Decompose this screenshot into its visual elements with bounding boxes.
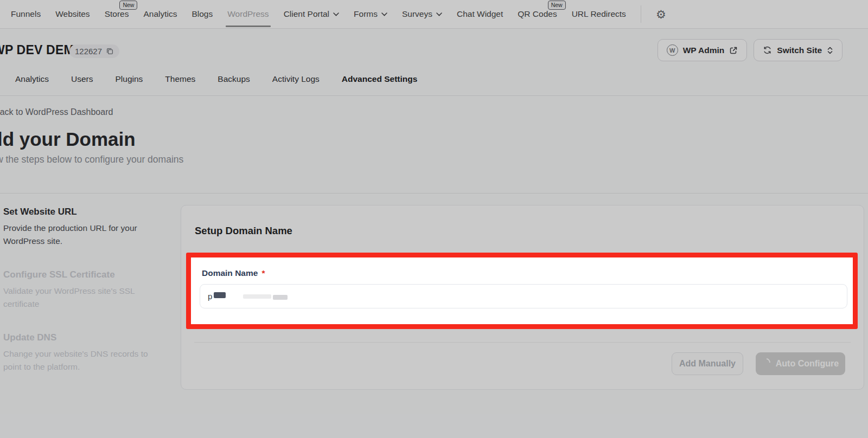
switch-refresh-icon — [763, 46, 772, 55]
nav-item-label: QR Codes — [518, 9, 557, 19]
highlight-annotation-box: Domain Name* p — [186, 253, 858, 329]
nav-item-qr-codes[interactable]: QR Codes New — [518, 9, 557, 19]
step-title: Set Website URL — [3, 207, 154, 217]
nav-item-url-redirects[interactable]: URL Redirects — [572, 9, 626, 19]
auto-configure-label: Auto Configure — [776, 359, 839, 369]
nav-item-label: Websites — [55, 9, 90, 19]
gear-icon[interactable]: ⚙ — [656, 9, 666, 20]
nav-item-analytics[interactable]: Analytics — [143, 9, 177, 19]
tab-plugins[interactable]: Plugins — [116, 74, 143, 84]
tab-activity-logs[interactable]: Activity Logs — [272, 74, 320, 84]
loading-spinner-icon — [761, 356, 772, 368]
nav-item-forms[interactable]: Forms — [354, 9, 387, 19]
wordpress-icon: W — [667, 44, 678, 56]
chevron-down-icon — [436, 12, 442, 16]
site-tabs: Analytics Users Plugins Themes Backups A… — [15, 74, 417, 84]
required-asterisk: * — [261, 268, 265, 278]
nav-item-label: Forms — [354, 9, 378, 19]
domain-name-label: Domain Name* — [202, 268, 847, 278]
step-update-dns[interactable]: Update DNS Change your website's DNS rec… — [3, 332, 154, 373]
nav-item-blogs[interactable]: Blogs — [192, 9, 213, 19]
tab-themes[interactable]: Themes — [165, 74, 195, 84]
nav-divider — [641, 5, 641, 23]
new-badge: New — [119, 1, 137, 10]
domain-name-label-text: Domain Name — [202, 268, 258, 278]
nav-item-label: Blogs — [192, 9, 213, 19]
wp-admin-button[interactable]: W WP Admin — [658, 39, 748, 61]
nav-item-websites[interactable]: Websites — [55, 9, 90, 19]
top-navigation: Funnels Websites Stores New Analytics Bl… — [0, 0, 868, 29]
site-header: WP DEV DEMO 122627 W WP Admin Switch Sit… — [0, 29, 868, 96]
nav-item-label: Chat Widget — [457, 9, 503, 19]
step-configure-ssl-certificate[interactable]: Configure SSL Certificate Validate your … — [3, 269, 154, 311]
redacted-text-block — [243, 294, 271, 299]
auto-configure-button[interactable]: Auto Configure — [756, 352, 845, 375]
nav-item-chat-widget[interactable]: Chat Widget — [457, 9, 503, 19]
tab-advanced-settings[interactable]: Advanced Settings — [342, 74, 418, 84]
page-subheading: Follow the steps below to configure your… — [0, 154, 183, 165]
nav-item-label: Stores — [105, 9, 129, 19]
domain-input-value: p — [208, 292, 212, 301]
step-description: Change your website's DNS records to poi… — [3, 347, 154, 373]
wp-admin-label: WP Admin — [683, 46, 725, 55]
step-title: Configure SSL Certificate — [3, 269, 154, 280]
tab-backups[interactable]: Backups — [218, 74, 250, 84]
nav-item-label: Client Portal — [284, 9, 329, 19]
redacted-text-block — [273, 295, 288, 300]
switch-site-button[interactable]: Switch Site — [754, 39, 843, 61]
nav-item-label: Analytics — [143, 9, 177, 19]
step-description: Validate your WordPress site's SSL certi… — [3, 285, 154, 311]
tab-analytics[interactable]: Analytics — [15, 74, 49, 84]
step-description: Provide the production URL for your Word… — [3, 222, 154, 248]
chevron-down-icon — [333, 12, 339, 16]
page-heading: Add your Domain — [0, 128, 136, 150]
step-title: Update DNS — [3, 332, 154, 343]
nav-item-label: URL Redirects — [572, 9, 626, 19]
step-set-website-url[interactable]: Set Website URL Provide the production U… — [3, 207, 154, 248]
nav-item-surveys[interactable]: Surveys — [402, 9, 442, 19]
nav-item-label: Surveys — [402, 9, 432, 19]
copy-icon[interactable] — [106, 47, 114, 55]
add-manually-button[interactable]: Add Manually — [672, 352, 743, 375]
nav-item-label: WordPress — [227, 9, 269, 19]
steps-sidebar: Set Website URL Provide the production U… — [3, 207, 154, 373]
new-badge: New — [548, 1, 566, 10]
nav-item-client-portal[interactable]: Client Portal — [284, 9, 339, 19]
chevron-down-icon — [381, 12, 387, 16]
chevron-up-down-icon — [827, 46, 833, 55]
header-actions: W WP Admin Switch Site — [658, 39, 843, 61]
site-id-badge[interactable]: 122627 — [69, 44, 119, 58]
redacted-text-block — [214, 292, 226, 298]
tab-users[interactable]: Users — [71, 74, 93, 84]
site-id-value: 122627 — [75, 47, 102, 56]
card-footer-divider — [194, 342, 851, 343]
section-divider — [0, 193, 868, 194]
nav-item-stores[interactable]: Stores New — [105, 9, 129, 19]
card-actions: Add Manually Auto Configure — [672, 352, 845, 375]
card-title: Setup Domain Name — [195, 225, 292, 237]
external-link-icon — [729, 46, 738, 55]
back-to-wordpress-dashboard-link[interactable]: Back to WordPress Dashboard — [0, 107, 113, 117]
nav-item-wordpress[interactable]: WordPress — [227, 9, 269, 19]
domain-name-input[interactable]: p — [200, 284, 847, 308]
nav-item-label: Funnels — [11, 9, 41, 19]
nav-item-funnels[interactable]: Funnels — [11, 9, 41, 19]
switch-site-label: Switch Site — [777, 46, 822, 55]
